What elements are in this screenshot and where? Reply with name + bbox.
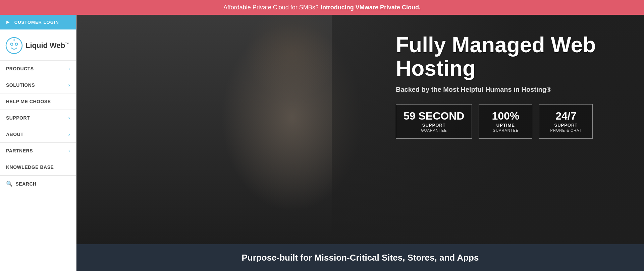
hero-main-title: Fully Managed Web Hosting bbox=[396, 33, 631, 80]
feature-label-3: SUPPORT bbox=[547, 123, 585, 128]
logo-text-area: Liquid Web™ bbox=[25, 42, 69, 49]
logo-tm: ™ bbox=[65, 42, 69, 46]
svg-point-2 bbox=[15, 43, 18, 46]
search-icon: 🔍 bbox=[6, 181, 13, 187]
hero-content: Fully Managed Web Hosting Backed by the … bbox=[396, 33, 631, 139]
customer-login-bar[interactable]: ► CUSTOMER LOGIN bbox=[0, 15, 76, 29]
feature-label-1: SUPPORT bbox=[404, 123, 464, 128]
hero-bottom-text: Purpose-built for Mission-Critical Sites… bbox=[242, 253, 479, 263]
nav-menu: PRODUCTS › SOLUTIONS › HELP ME CHOOSE SU… bbox=[0, 60, 76, 271]
feature-sublabel-2: GUARANTEE bbox=[486, 128, 525, 132]
arrow-right-icon: ► bbox=[5, 19, 11, 25]
nav-label-partners: PARTNERS bbox=[6, 148, 33, 153]
sidebar-item-knowledge-base[interactable]: KNOWLEDGE BASE bbox=[0, 159, 76, 176]
feature-number-3: 24/7 bbox=[547, 111, 585, 121]
feature-sublabel-1: GUARANTEE bbox=[404, 128, 464, 132]
sidebar-item-partners[interactable]: PARTNERS › bbox=[0, 143, 76, 159]
nav-label-support: SUPPORT bbox=[6, 115, 30, 121]
announcement-link[interactable]: Introducing VMware Private Cloud. bbox=[321, 4, 421, 11]
sidebar-item-products[interactable]: PRODUCTS › bbox=[0, 61, 76, 77]
feature-box-uptime: 100% UPTIME GUARANTEE bbox=[479, 104, 532, 139]
search-label: SEARCH bbox=[16, 181, 37, 187]
logo-area[interactable]: Liquid Web™ bbox=[0, 29, 76, 60]
feature-number-1: 59 SECOND bbox=[404, 111, 464, 121]
sidebar-item-help-me-choose[interactable]: HELP ME CHOOSE bbox=[0, 93, 76, 110]
chevron-right-icon-solutions: › bbox=[68, 82, 70, 88]
customer-login-label: CUSTOMER LOGIN bbox=[14, 20, 59, 25]
chevron-right-icon-products: › bbox=[68, 66, 70, 71]
hero-subtitle: Backed by the Most Helpful Humans in Hos… bbox=[396, 86, 631, 93]
announcement-bar: Affordable Private Cloud for SMBs? Intro… bbox=[0, 0, 644, 15]
nav-label-help: HELP ME CHOOSE bbox=[6, 99, 51, 104]
chevron-right-icon-about: › bbox=[68, 132, 70, 137]
sidebar-item-support[interactable]: SUPPORT › bbox=[0, 110, 76, 126]
announcement-text: Affordable Private Cloud for SMBs? bbox=[223, 4, 319, 11]
hero-bottom-bar: Purpose-built for Mission-Critical Sites… bbox=[76, 244, 644, 271]
search-bar[interactable]: 🔍 SEARCH bbox=[0, 176, 76, 192]
liquid-web-logo-icon bbox=[5, 37, 23, 54]
sidebar: ► CUSTOMER LOGIN Liquid Web™ bbox=[0, 15, 76, 271]
feature-number-2: 100% bbox=[486, 111, 525, 121]
nav-label-about: ABOUT bbox=[6, 132, 23, 137]
feature-box-24-7: 24/7 SUPPORT PHONE & CHAT bbox=[539, 104, 593, 139]
feature-box-support-time: 59 SECOND SUPPORT GUARANTEE bbox=[396, 104, 472, 139]
sidebar-item-about[interactable]: ABOUT › bbox=[0, 126, 76, 143]
logo-name: Liquid Web bbox=[25, 41, 65, 50]
main-layout: ► CUSTOMER LOGIN Liquid Web™ bbox=[0, 15, 644, 271]
feature-label-2: UPTIME bbox=[486, 123, 525, 128]
svg-point-1 bbox=[11, 43, 13, 46]
nav-label-products: PRODUCTS bbox=[6, 66, 34, 71]
feature-boxes: 59 SECOND SUPPORT GUARANTEE 100% UPTIME … bbox=[396, 104, 631, 139]
chevron-right-icon-partners: › bbox=[68, 148, 70, 153]
feature-sublabel-3: PHONE & CHAT bbox=[547, 128, 585, 132]
chevron-right-icon-support: › bbox=[68, 115, 70, 121]
nav-label-solutions: SOLUTIONS bbox=[6, 82, 35, 88]
hero-area: Fully Managed Web Hosting Backed by the … bbox=[76, 15, 644, 271]
nav-label-knowledge-base: KNOWLEDGE BASE bbox=[6, 164, 54, 170]
sidebar-item-solutions[interactable]: SOLUTIONS › bbox=[0, 77, 76, 93]
